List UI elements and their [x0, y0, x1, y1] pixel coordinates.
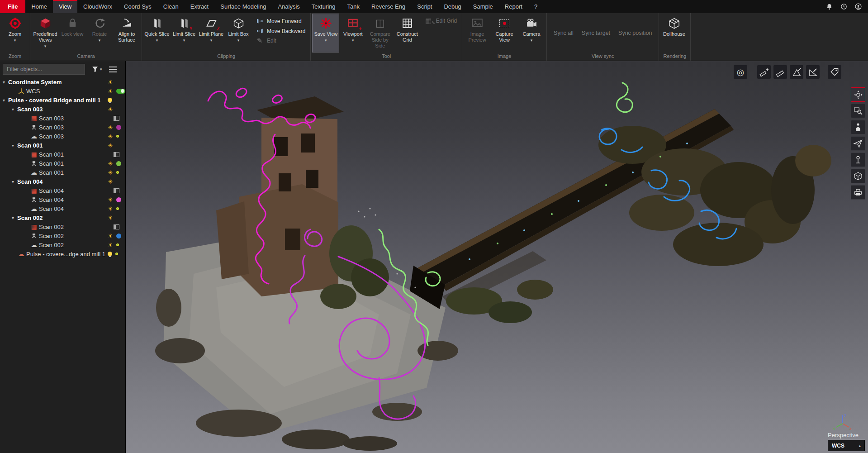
ribbon-button-limit-slice[interactable]: YLimit Slice▾ [171, 14, 198, 52]
tree-item[interactable]: ▦Scan 003 [0, 114, 125, 123]
sun-visibility-icon[interactable]: ☀ [108, 179, 113, 185]
menu-tab-help[interactable]: ? [528, 0, 543, 13]
ribbon-button-dollhouse[interactable]: Dollhouse [660, 14, 688, 52]
ribbon-button-move-backward[interactable]: Move Backward [256, 27, 305, 35]
color-swatch[interactable] [116, 161, 121, 166]
tree-item[interactable]: ▾Pulse - covered Bridge and mill 1 [0, 95, 125, 105]
color-swatch[interactable] [116, 234, 121, 238]
tag-button[interactable] [828, 65, 841, 79]
expander-icon[interactable]: ▾ [3, 80, 8, 85]
tree-item[interactable]: ▾Scan 002☀ [0, 213, 125, 222]
tree-item[interactable]: Scan 003☀ [0, 123, 125, 132]
pivot-point-button[interactable] [851, 153, 865, 167]
fly-mode-button[interactable] [851, 136, 865, 151]
tree-item[interactable]: ▾Coordinate System☀ [0, 77, 125, 86]
color-swatch[interactable] [116, 171, 119, 174]
measure-slope-button[interactable] [806, 65, 820, 79]
ribbon-button-viewport[interactable]: +Viewport▾ [339, 14, 366, 52]
color-swatch[interactable] [116, 125, 121, 130]
sun-visibility-icon[interactable]: ☀ [108, 197, 113, 203]
toggle-switch[interactable] [116, 89, 125, 94]
tree-item[interactable]: Scan 004☀ [0, 195, 125, 204]
tree-item[interactable]: ▦Scan 002 [0, 222, 125, 231]
user-icon[interactable] [854, 2, 863, 11]
expander-icon[interactable]: ▾ [12, 143, 17, 148]
printer-3d-button[interactable] [851, 185, 865, 200]
panel-icon[interactable] [114, 224, 119, 229]
expander-icon[interactable]: ▾ [12, 107, 17, 112]
menu-tab-clean[interactable]: Clean [157, 0, 185, 13]
tree-item[interactable]: ▾Scan 003☀ [0, 105, 125, 114]
menu-tab-home[interactable]: Home [25, 0, 53, 13]
menu-tab-reverse-eng[interactable]: Reverse Eng [365, 0, 411, 13]
sun-visibility-icon[interactable]: ☀ [108, 233, 113, 239]
measure-distance-button[interactable] [773, 65, 787, 79]
bulb-visibility-icon[interactable] [108, 98, 112, 102]
sun-visibility-icon[interactable]: ☀ [108, 124, 113, 130]
menu-tab-sample[interactable]: Sample [467, 0, 499, 13]
ribbon-button-align-to-surface[interactable]: Align to Surface [113, 14, 140, 52]
filter-button[interactable]: ▾ [92, 66, 102, 73]
menu-tab-texturing[interactable]: Texturing [306, 0, 342, 13]
panel-icon[interactable] [114, 188, 119, 193]
color-swatch[interactable] [116, 135, 119, 138]
expander-icon[interactable]: ▾ [12, 215, 17, 220]
menu-tab-report[interactable]: Report [499, 0, 528, 13]
color-swatch[interactable] [116, 207, 119, 210]
ribbon-button-capture-view[interactable]: Capture View [491, 14, 518, 52]
ribbon-button-predefined-views[interactable]: Predefined Views▾ [32, 14, 59, 52]
sun-visibility-icon[interactable]: ☀ [108, 170, 113, 176]
panel-icon[interactable] [114, 116, 119, 121]
color-swatch[interactable] [116, 243, 119, 246]
measure-add-button[interactable] [757, 65, 771, 79]
menu-tab-cloudworx[interactable]: CloudWorx [77, 0, 118, 13]
tree-item[interactable]: Scan 002☀ [0, 231, 125, 240]
sun-visibility-icon[interactable]: ☀ [108, 215, 113, 221]
zoom-window-button[interactable] [851, 104, 865, 118]
ribbon-button-move-forward[interactable]: Move Forward [256, 17, 305, 25]
sun-visibility-icon[interactable]: ☀ [108, 88, 113, 94]
bell-icon[interactable] [825, 2, 834, 11]
view-target-button[interactable]: ◎ [734, 65, 747, 79]
menu-tab-surface-modeling[interactable]: Surface Modeling [214, 0, 272, 13]
human-view-button[interactable] [851, 120, 865, 134]
menu-tab-script[interactable]: Script [411, 0, 438, 13]
tree-item[interactable]: ☁Scan 002☀ [0, 240, 125, 249]
expander-icon[interactable]: ▾ [12, 179, 17, 184]
history-icon[interactable] [839, 2, 848, 11]
axis-gizmo[interactable]: z x y [832, 411, 853, 430]
tree-item[interactable]: ☁Scan 004☀ [0, 204, 125, 213]
sun-visibility-icon[interactable]: ☀ [108, 134, 113, 139]
color-swatch[interactable] [115, 253, 118, 255]
filter-input[interactable] [3, 64, 85, 75]
tree-item[interactable]: ▦Scan 001 [0, 150, 125, 159]
tree-item[interactable]: ☁Pulse - covere...dge and mill 1 [0, 249, 125, 258]
measure-angle-button[interactable] [790, 65, 803, 79]
tree-item[interactable]: ▦Scan 004 [0, 186, 125, 195]
tree-item[interactable]: ▾Scan 001☀ [0, 141, 125, 150]
ribbon-button-limit-box[interactable]: Limit Box▾ [225, 14, 252, 52]
menu-tab-tank[interactable]: Tank [342, 0, 365, 13]
expander-icon[interactable]: ▾ [3, 98, 8, 103]
ribbon-button-construct-grid[interactable]: Construct Grid [394, 14, 421, 52]
coordinate-system-select[interactable]: WCS ▴ [828, 440, 865, 451]
sun-visibility-icon[interactable]: ☀ [108, 242, 113, 248]
ribbon-button-limit-plane[interactable]: ZLimit Plane▾ [198, 14, 225, 52]
menu-tab-analysis[interactable]: Analysis [272, 0, 305, 13]
menu-tab-extract[interactable]: Extract [185, 0, 214, 13]
navigation-ball-button[interactable] [851, 87, 865, 102]
view-cube-button[interactable] [851, 169, 865, 183]
viewport-3d[interactable]: ◎ z x y Perspective WCS ▴ [126, 61, 868, 453]
menu-tab-debug[interactable]: Debug [438, 0, 467, 13]
tree-item[interactable]: ▾Scan 004☀ [0, 177, 125, 186]
menu-tab-coord-sys[interactable]: Coord Sys [118, 0, 157, 13]
view-options-button[interactable] [109, 67, 117, 72]
ribbon-button-zoom[interactable]: Zoom▾ [1, 14, 28, 52]
panel-icon[interactable] [114, 152, 119, 157]
sun-visibility-icon[interactable]: ☀ [108, 106, 113, 112]
ribbon-button-quick-slice[interactable]: Quick Slice▾ [143, 14, 171, 52]
sun-visibility-icon[interactable]: ☀ [108, 161, 113, 167]
menu-tab-view[interactable]: View [53, 0, 77, 13]
menu-tab-file[interactable]: File [0, 0, 25, 13]
sun-visibility-icon[interactable]: ☀ [108, 79, 113, 85]
